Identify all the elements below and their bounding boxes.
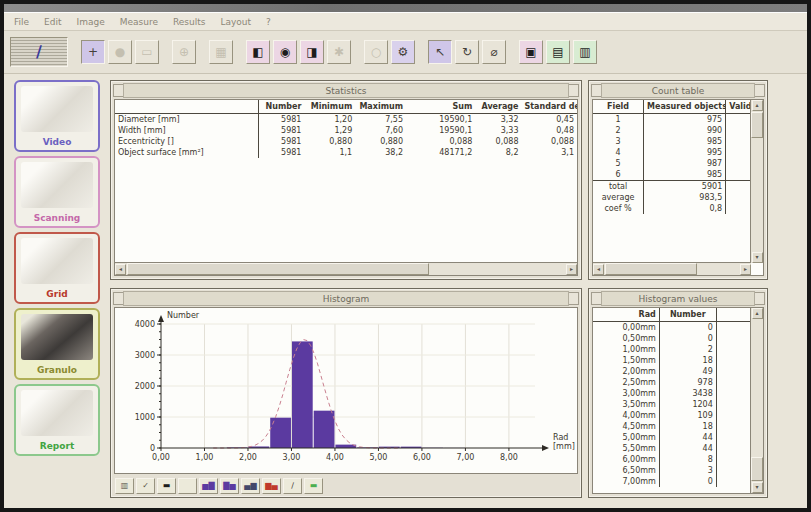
count-vscroll-down-arrow[interactable]: ▾	[752, 252, 763, 263]
cell	[716, 476, 751, 487]
histvals-vscroll-down-arrow[interactable]: ▾	[752, 482, 763, 493]
curve-overlay-tool[interactable]: ▄▆	[241, 478, 260, 494]
cell: 44	[659, 443, 716, 454]
cell: 6,00mm	[593, 454, 659, 465]
count-row: 2990	[593, 125, 751, 136]
count-hscroll-left-arrow[interactable]: ◂	[593, 264, 604, 275]
cell: 0,088	[522, 136, 577, 147]
grid-icon	[21, 238, 93, 284]
cell: 1,00mm	[593, 344, 659, 355]
cell: Width [mm]	[115, 125, 258, 136]
sidebar-item-report[interactable]: Report	[14, 384, 100, 456]
count-table-head: FieldMeasured objectsValid	[593, 100, 751, 114]
cell: 18	[659, 421, 716, 432]
menu-item-file[interactable]: File	[14, 17, 29, 27]
export-chart-tool[interactable]: ▥	[115, 478, 134, 494]
histogram-panel-title: Histogram	[123, 291, 569, 306]
count-panel-right-box[interactable]	[754, 84, 765, 97]
menu-item-results[interactable]: Results	[173, 17, 206, 27]
cell: 7,60	[355, 125, 406, 136]
histogram-panel: Histogram 010002000300040000,001,002,003…	[110, 288, 582, 498]
cell: 2,50mm	[593, 377, 659, 388]
sidebar-item-grid[interactable]: Grid	[14, 232, 100, 304]
cell: 5901	[644, 181, 726, 193]
shading-right-tool[interactable]: ◨	[300, 40, 324, 64]
cell: 1,1	[304, 147, 355, 158]
sidebar-item-granulo[interactable]: Granulo	[14, 308, 100, 380]
red-bars-tool[interactable]: ▆▄	[262, 478, 281, 494]
count-hscroll-right-arrow[interactable]: ▸	[740, 264, 751, 275]
sidebar-item-label: Granulo	[16, 365, 98, 375]
menu-item-layout[interactable]: Layout	[220, 17, 251, 27]
cursor-tool[interactable]: ↖	[428, 40, 452, 64]
sidebar-item-scanning[interactable]: Scanning	[14, 156, 100, 228]
cell: 0	[659, 333, 716, 344]
statistics-hscroll-left-arrow[interactable]: ◂	[115, 264, 126, 275]
menu-item-measure[interactable]: Measure	[120, 17, 158, 27]
menu-item-image[interactable]: Image	[77, 17, 105, 27]
histogram-chart: 010002000300040000,001,002,003,004,005,0…	[115, 308, 577, 472]
statistics-hscroll-right-arrow[interactable]: ▸	[566, 264, 577, 275]
frame-tool[interactable]: ▭	[135, 40, 159, 64]
save-report-button[interactable]: ▥	[573, 40, 597, 64]
probe-tool[interactable]: ⌀	[482, 40, 506, 64]
histogram-toolbar: ▥✓▬▅▇▇▅▄▆▆▄∕▬	[115, 478, 323, 494]
cell: 2	[659, 344, 716, 355]
histvals-vscrollbar: ▴ ▾	[750, 308, 763, 493]
cell: 8,2	[475, 147, 521, 158]
cell: 1,50mm	[593, 355, 659, 366]
menu-item-[interactable]: ?	[266, 17, 271, 27]
histvals-vscroll-up-arrow[interactable]: ▴	[752, 308, 763, 319]
cell: 3	[593, 136, 644, 147]
bar-chart-tool[interactable]: ▅▇	[199, 478, 218, 494]
zoom-tool[interactable]: ⊕	[172, 40, 196, 64]
cell: 990	[644, 125, 726, 136]
cell: 7,55	[355, 114, 406, 126]
camera-button[interactable]: ▣	[519, 40, 543, 64]
video-icon	[21, 86, 93, 132]
outline-tool[interactable]: ○	[364, 40, 388, 64]
cell: 3,32	[475, 114, 521, 126]
count-table-body: 197529903985499559876985total5901average…	[593, 114, 751, 215]
histvals-panel-right-box[interactable]	[754, 292, 765, 305]
header-row: RadNumber	[593, 308, 751, 322]
histogram-value-row: 6,50mm3	[593, 465, 751, 476]
statistics-hscroll-thumb[interactable]	[127, 263, 429, 275]
histogram-panel-right-box[interactable]	[568, 292, 579, 305]
count-table-vscrollbar: ▴ ▾	[750, 100, 763, 263]
bar-cursor-tool[interactable]: ▇▅	[220, 478, 239, 494]
histogram-value-row: 5,00mm44	[593, 432, 751, 443]
cell	[716, 333, 751, 344]
blank-style-tool[interactable]	[178, 478, 197, 494]
count-hscroll-thumb[interactable]	[605, 263, 697, 275]
sidebar-item-video[interactable]: Video	[14, 80, 100, 152]
annotation-pen-tool[interactable]: ∕	[10, 37, 68, 67]
cell	[716, 344, 751, 355]
shading-center-tool[interactable]: ◉	[273, 40, 297, 64]
pointer-marker-tool[interactable]: ✓	[136, 478, 155, 494]
count-vscroll-thumb[interactable]	[751, 112, 763, 138]
main-toolbar: ∕+●▭⊕▦◧◉◨✱○⚙↖↻⌀▣▤▥	[4, 31, 807, 74]
cell	[716, 410, 751, 421]
menu-item-edit[interactable]: Edit	[44, 17, 61, 27]
histvals-vscroll-thumb[interactable]	[751, 457, 763, 481]
threshold-tool[interactable]: ✱	[327, 40, 351, 64]
green-range-tool[interactable]: ▬	[304, 478, 323, 494]
cell	[726, 158, 751, 169]
shading-left-tool[interactable]: ◧	[246, 40, 270, 64]
cell: 109	[659, 410, 716, 421]
pan-tool[interactable]: +	[81, 40, 105, 64]
cell: total	[593, 181, 644, 193]
cell	[726, 203, 751, 214]
grid-overlay-tool[interactable]: ▦	[209, 40, 233, 64]
line-style-tool[interactable]: ▬	[157, 478, 176, 494]
cell	[716, 443, 751, 454]
clipboard-button[interactable]: ▤	[546, 40, 570, 64]
pencil-edit-tool[interactable]: ∕	[283, 478, 302, 494]
gear-tool[interactable]: ⚙	[391, 40, 415, 64]
count-vscroll-up-arrow[interactable]: ▴	[752, 100, 763, 111]
cell: 4,00mm	[593, 410, 659, 421]
rotate-tool[interactable]: ↻	[455, 40, 479, 64]
capture-tool[interactable]: ●	[108, 40, 132, 64]
statistics-panel-right-box[interactable]	[568, 84, 579, 97]
